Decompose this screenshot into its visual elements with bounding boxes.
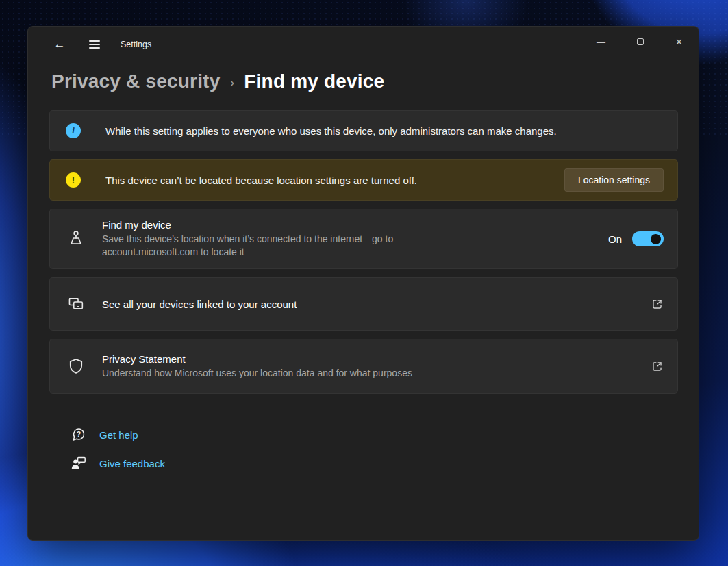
find-my-device-card: Find my device Save this device’s locati… xyxy=(49,209,678,269)
minimize-button[interactable]: — xyxy=(581,27,620,57)
admin-info-banner: i While this setting applies to everyone… xyxy=(49,110,678,151)
settings-window: ← Settings — ✕ Privacy & security › Find… xyxy=(27,26,699,541)
give-feedback-link[interactable]: Give feedback xyxy=(70,454,678,473)
devices-icon xyxy=(66,295,86,313)
toggle-state-label: On xyxy=(608,233,622,245)
close-button[interactable]: ✕ xyxy=(660,27,699,57)
linked-devices-title: See all your devices linked to your acco… xyxy=(102,298,651,310)
app-title: Settings xyxy=(121,40,151,49)
location-warning-text: This device can’t be located because loc… xyxy=(105,175,564,186)
feedback-person-icon xyxy=(70,455,88,472)
titlebar: ← Settings — ✕ xyxy=(28,27,699,62)
find-my-device-text: Find my device Save this device’s locati… xyxy=(102,219,608,259)
close-icon: ✕ xyxy=(675,37,683,47)
back-button[interactable]: ← xyxy=(49,34,71,55)
window-controls: — ✕ xyxy=(581,27,699,57)
warning-icon: ! xyxy=(66,172,81,188)
info-icon: i xyxy=(66,123,81,138)
linked-devices-card[interactable]: See all your devices linked to your acco… xyxy=(49,277,678,331)
chevron-right-icon: › xyxy=(229,75,234,90)
privacy-statement-text: Privacy Statement Understand how Microso… xyxy=(102,353,651,380)
give-feedback-label: Give feedback xyxy=(99,458,165,469)
minimize-icon: — xyxy=(597,37,605,47)
find-my-device-description: Save this device’s location when it’s co… xyxy=(102,233,444,259)
get-help-label: Get help xyxy=(99,429,138,441)
breadcrumb-parent[interactable]: Privacy & security xyxy=(51,70,220,92)
maximize-icon xyxy=(637,38,644,45)
settings-content: i While this setting applies to everyone… xyxy=(49,110,678,473)
hamburger-icon xyxy=(89,44,100,45)
privacy-statement-description: Understand how Microsoft uses your locat… xyxy=(102,367,444,380)
back-arrow-icon: ← xyxy=(54,38,66,51)
find-my-device-toggle-group: On xyxy=(608,231,664,246)
find-my-device-icon xyxy=(66,229,86,248)
shield-icon xyxy=(66,357,86,375)
navigation-menu-button[interactable] xyxy=(84,34,105,55)
linked-devices-text: See all your devices linked to your acco… xyxy=(102,298,651,310)
svg-text:?: ? xyxy=(77,430,81,438)
external-link-icon xyxy=(651,298,664,311)
help-links: ? Get help Give feedback xyxy=(70,425,678,473)
toggle-knob xyxy=(651,234,661,244)
find-my-device-title: Find my device xyxy=(102,219,608,231)
help-bubble-icon: ? xyxy=(70,426,88,443)
get-help-link[interactable]: ? Get help xyxy=(70,425,678,444)
breadcrumb: Privacy & security › Find my device xyxy=(51,70,699,92)
external-link-icon xyxy=(651,360,664,373)
location-settings-button[interactable]: Location settings xyxy=(564,168,664,192)
location-warning-banner: ! This device can’t be located because l… xyxy=(49,159,678,201)
privacy-statement-card[interactable]: Privacy Statement Understand how Microso… xyxy=(49,339,678,394)
maximize-button[interactable] xyxy=(620,27,660,57)
find-my-device-toggle[interactable] xyxy=(632,231,664,246)
admin-info-text: While this setting applies to everyone w… xyxy=(105,125,664,137)
page-title: Find my device xyxy=(244,70,384,92)
privacy-statement-title: Privacy Statement xyxy=(102,353,651,365)
